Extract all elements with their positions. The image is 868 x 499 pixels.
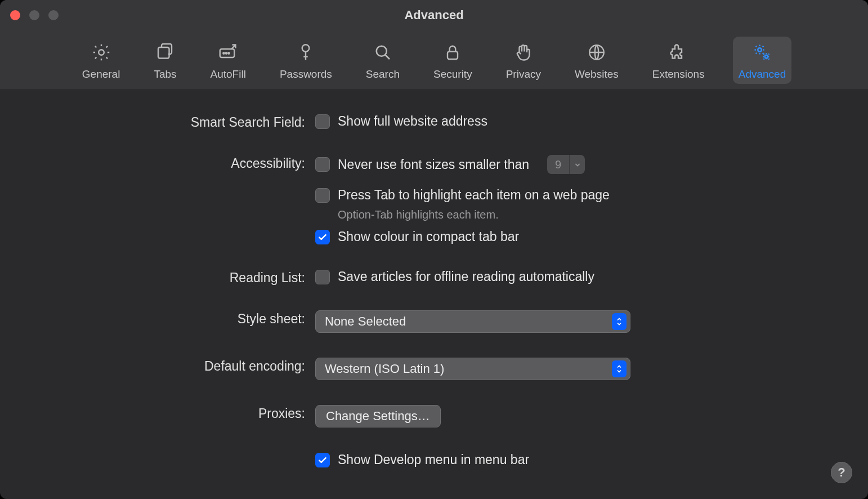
tab-websites[interactable]: Websites [569, 37, 624, 84]
key-icon [294, 41, 317, 64]
help-glyph: ? [838, 465, 845, 480]
tab-label: Privacy [506, 68, 541, 81]
develop-spacer [0, 452, 315, 453]
tab-tabs[interactable]: Tabs [148, 37, 182, 84]
svg-rect-1 [158, 47, 169, 59]
tab-label: General [82, 68, 120, 81]
svg-point-6 [302, 44, 310, 52]
show-full-address-checkbox[interactable] [315, 114, 330, 129]
smart-search-label: Smart Search Field: [0, 114, 315, 130]
svg-point-3 [223, 52, 225, 54]
tab-advanced[interactable]: Advanced [733, 37, 792, 84]
svg-point-0 [99, 50, 104, 55]
popup-arrows-icon [612, 360, 627, 377]
tab-highlight-label: Press Tab to highlight each item on a we… [338, 188, 610, 203]
close-window-button[interactable] [10, 10, 20, 20]
preferences-toolbar: General Tabs AutoFill Passwords [0, 37, 868, 84]
tab-label: Tabs [154, 68, 176, 81]
min-font-checkbox[interactable] [315, 157, 330, 172]
tabs-icon [154, 41, 176, 64]
puzzle-icon [667, 41, 690, 64]
globe-icon [585, 41, 608, 64]
accessibility-label: Accessibility: [0, 155, 315, 171]
develop-menu-checkbox[interactable] [315, 453, 330, 467]
style-sheet-popup[interactable]: None Selected [315, 310, 630, 333]
default-encoding-label: Default encoding: [0, 358, 315, 374]
search-icon [372, 41, 394, 64]
tab-privacy[interactable]: Privacy [500, 37, 547, 84]
titlebar: Advanced General Tabs AutoFill [0, 0, 868, 90]
tab-label: Search [366, 68, 400, 81]
min-font-value: 9 [547, 158, 569, 171]
chevron-down-icon[interactable] [569, 155, 585, 174]
svg-rect-8 [448, 52, 458, 60]
tab-search[interactable]: Search [360, 37, 405, 84]
save-offline-checkbox[interactable] [315, 270, 330, 284]
svg-point-11 [765, 55, 768, 58]
content-area: Smart Search Field: Show full website ad… [0, 90, 868, 467]
compact-color-checkbox[interactable] [315, 230, 330, 244]
show-full-address-label: Show full website address [338, 114, 487, 129]
default-encoding-popup[interactable]: Western (ISO Latin 1) [315, 358, 630, 380]
lock-icon [441, 41, 464, 64]
autofill-icon [217, 41, 239, 64]
min-font-label: Never use font sizes smaller than [338, 157, 529, 172]
save-offline-label: Save articles for offline reading automa… [338, 269, 594, 284]
gear-icon [90, 41, 113, 64]
tab-passwords[interactable]: Passwords [274, 37, 338, 84]
tab-label: Extensions [652, 68, 705, 81]
window-controls [10, 10, 59, 20]
help-button[interactable]: ? [831, 462, 852, 483]
develop-menu-label: Show Develop menu in menu bar [338, 452, 529, 467]
preferences-window: Advanced General Tabs AutoFill [0, 0, 868, 499]
svg-point-4 [226, 52, 227, 54]
tab-extensions[interactable]: Extensions [647, 37, 710, 84]
tab-highlight-checkbox[interactable] [315, 188, 330, 203]
tab-label: AutoFill [211, 68, 246, 81]
style-sheet-value: None Selected [325, 314, 406, 329]
reading-list-label: Reading List: [0, 269, 315, 286]
default-encoding-value: Western (ISO Latin 1) [325, 362, 444, 376]
window-title: Advanced [0, 0, 868, 23]
tab-autofill[interactable]: AutoFill [205, 37, 252, 84]
zoom-window-button[interactable] [48, 10, 59, 20]
svg-point-10 [758, 48, 762, 52]
minimize-window-button[interactable] [29, 10, 39, 20]
tab-label: Advanced [739, 68, 786, 81]
tab-label: Security [433, 68, 472, 81]
gears-icon [751, 41, 773, 64]
tab-label: Websites [575, 68, 619, 81]
tab-security[interactable]: Security [428, 37, 478, 84]
style-sheet-label: Style sheet: [0, 310, 315, 327]
change-settings-label: Change Settings… [326, 409, 430, 424]
hand-icon [512, 41, 535, 64]
tab-label: Passwords [280, 68, 332, 81]
proxies-label: Proxies: [0, 405, 315, 421]
svg-point-7 [377, 46, 387, 56]
popup-arrows-icon [612, 313, 627, 330]
compact-color-label: Show colour in compact tab bar [338, 229, 519, 244]
tab-general[interactable]: General [77, 37, 126, 84]
tab-highlight-hint: Option-Tab highlights each item. [338, 208, 610, 221]
change-settings-button[interactable]: Change Settings… [315, 405, 441, 427]
svg-point-5 [229, 52, 230, 54]
min-font-stepper[interactable]: 9 [547, 155, 585, 174]
